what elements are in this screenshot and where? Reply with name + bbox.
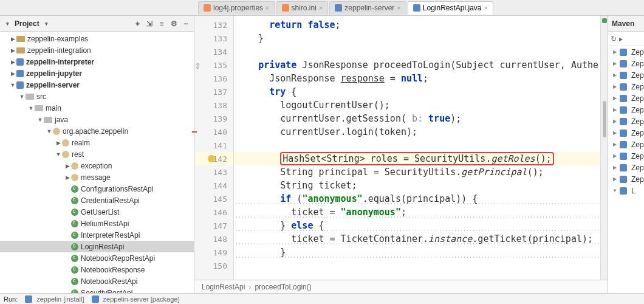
editor-tab[interactable]: shiro.ini× (276, 1, 329, 15)
expand-arrow[interactable]: ▼ (612, 188, 618, 193)
maven-module[interactable]: ▶Zep (608, 104, 644, 116)
editor-scrollbar[interactable] (600, 16, 608, 293)
breadcrumb-method[interactable]: proceedToLogin() (255, 283, 311, 291)
tree-item[interactable]: NotebookRestApi (0, 275, 194, 287)
maven-module[interactable]: ▶Zep (608, 69, 644, 81)
tree-item[interactable]: ▶exception (0, 160, 194, 171)
maven-module[interactable]: ▼L (608, 185, 644, 196)
expand-arrow[interactable]: ▶ (64, 163, 71, 169)
maven-module[interactable]: ▶Zep (608, 127, 644, 139)
code-line[interactable]: return false; (234, 18, 600, 32)
tree-item[interactable]: LoginRestApi (0, 241, 194, 252)
hide-icon[interactable]: − (182, 19, 190, 28)
project-dropdown-arrow[interactable]: ▾ (43, 21, 50, 27)
run-tab-1[interactable]: zeppelin [install] (25, 295, 84, 303)
tree-item[interactable]: ▶zeppelin-interpreter (0, 56, 194, 67)
editor-tab[interactable]: log4j.properties× (198, 1, 275, 15)
target-icon[interactable]: ⌖ (133, 19, 142, 28)
maven-module[interactable]: ▶Zep (608, 58, 644, 69)
expand-arrow[interactable]: ▶ (64, 174, 71, 181)
expand-arrow[interactable]: ▼ (36, 117, 44, 123)
close-icon[interactable]: × (319, 4, 323, 12)
expand-arrow[interactable]: ▶ (612, 95, 618, 101)
expand-arrow[interactable]: ▶ (55, 140, 62, 146)
maven-module[interactable]: ▶Zep (608, 162, 644, 173)
code-line[interactable]: String principal = SecurityUtils.getPrin… (234, 165, 600, 179)
tree-item[interactable]: NotebookRepoRestApi (0, 252, 194, 264)
editor-tab[interactable]: zeppelin-server× (329, 1, 406, 15)
expand-arrow[interactable]: ▶ (612, 130, 618, 136)
code-line[interactable]: private JsonResponse proceedToLogin(Subj… (234, 58, 600, 72)
code-line[interactable]: currentUser.login(token); (234, 125, 600, 139)
tree-item[interactable]: ▼java (0, 114, 194, 125)
override-icon[interactable]: @ (196, 62, 199, 69)
tree-item[interactable]: SecurityRestApi (0, 287, 194, 293)
expand-arrow[interactable]: ▶ (612, 107, 618, 112)
code-line[interactable]: String ticket; (234, 179, 600, 192)
expand-arrow[interactable]: ▶ (612, 61, 618, 66)
expand-arrow[interactable]: ▶ (9, 59, 16, 65)
maven-module[interactable]: ▶Zep (608, 81, 644, 92)
maven-module[interactable]: ▶Zep (608, 150, 644, 162)
expand-arrow[interactable]: ▼ (18, 94, 26, 100)
expand-arrow[interactable]: ▶ (612, 119, 618, 124)
code-line[interactable]: } else { (234, 219, 600, 232)
code-line[interactable]: logoutCurrentUser(); (234, 98, 600, 112)
expand-arrow[interactable]: ▼ (46, 128, 53, 134)
expand-arrow[interactable]: ▼ (9, 82, 16, 88)
close-icon[interactable]: × (397, 4, 400, 12)
tree-item[interactable]: ▼zeppelin-server (0, 79, 194, 91)
tree-item[interactable]: HeliumRestApi (0, 218, 194, 229)
expand-arrow[interactable]: ▶ (612, 142, 618, 147)
editor-tab[interactable]: LoginRestApi.java× (408, 1, 493, 15)
tree-item[interactable]: ▶zeppelin-examples (0, 33, 194, 44)
code-line[interactable]: ticket = TicketContainer.instance.getTic… (234, 232, 600, 246)
expand-arrow[interactable]: ▶ (9, 71, 16, 77)
maven-module[interactable]: ▶Zep (608, 173, 644, 185)
run-tab-2[interactable]: zeppelin-server [package] (92, 295, 180, 303)
tree-item[interactable]: ConfigurationsRestApi (0, 183, 194, 195)
code-line[interactable] (234, 259, 600, 272)
breadcrumb-class[interactable]: LoginRestApi (202, 283, 245, 291)
collapse-icon[interactable]: ≡ (157, 19, 166, 28)
expand-arrow[interactable]: ▶ (9, 47, 16, 54)
expand-arrow[interactable]: ▶ (612, 176, 618, 182)
refresh-icon[interactable]: ↻ (611, 35, 617, 43)
maven-module[interactable]: ▶Zep (608, 116, 644, 127)
code-line[interactable] (234, 45, 600, 58)
close-icon[interactable]: × (265, 4, 269, 12)
expand-arrow[interactable]: ▶ (612, 153, 618, 159)
maven-module[interactable]: ▶Zep (608, 92, 644, 104)
expand-arrow[interactable]: ▶ (9, 36, 16, 42)
tree-item[interactable]: ▶zeppelin-integration (0, 44, 194, 56)
project-collapse-arrow[interactable]: ▾ (4, 21, 11, 27)
tree-item[interactable]: ▶realm (0, 137, 194, 148)
tree-item[interactable]: ▼src (0, 91, 194, 102)
tree-item[interactable]: ▼org.apache.zeppelin (0, 125, 194, 137)
tree-item[interactable]: ▶zeppelin-jupyter (0, 67, 194, 79)
tree-item[interactable]: NotebookResponse (0, 264, 194, 275)
run-icon[interactable]: ▸ (619, 35, 623, 43)
expand-arrow[interactable]: ▶ (612, 84, 618, 89)
tree-item[interactable]: ▶message (0, 171, 194, 183)
expand-arrow[interactable]: ▶ (612, 49, 618, 55)
expand-arrow[interactable]: ▶ (612, 165, 618, 170)
code-line[interactable]: HashSet<String> roles = SecurityUtils.ge… (234, 152, 600, 165)
close-icon[interactable]: × (484, 4, 488, 12)
code-line[interactable]: } (234, 246, 600, 259)
scrollbar-thumb[interactable] (603, 101, 606, 137)
code-line[interactable]: if ("anonymous".equals(principal)) { (234, 192, 600, 206)
code-editor[interactable]: return false; } private JsonResponse pro… (234, 16, 600, 293)
expand-icon[interactable]: ⇲ (145, 19, 154, 28)
code-line[interactable]: try { (234, 85, 600, 98)
code-line[interactable]: ticket = "anonymous"; (234, 206, 600, 219)
tree-item[interactable]: InterpreterRestApi (0, 229, 194, 241)
code-line[interactable]: currentUser.getSession( b: true); (234, 112, 600, 125)
maven-module[interactable]: ▶Zep (608, 46, 644, 58)
intention-bulb-icon[interactable] (208, 155, 215, 162)
maven-module[interactable]: ▶Zep (608, 139, 644, 150)
code-line[interactable] (234, 139, 600, 152)
gear-icon[interactable]: ⚙ (170, 19, 178, 28)
expand-arrow[interactable]: ▼ (27, 105, 35, 111)
expand-arrow[interactable]: ▼ (55, 151, 62, 157)
